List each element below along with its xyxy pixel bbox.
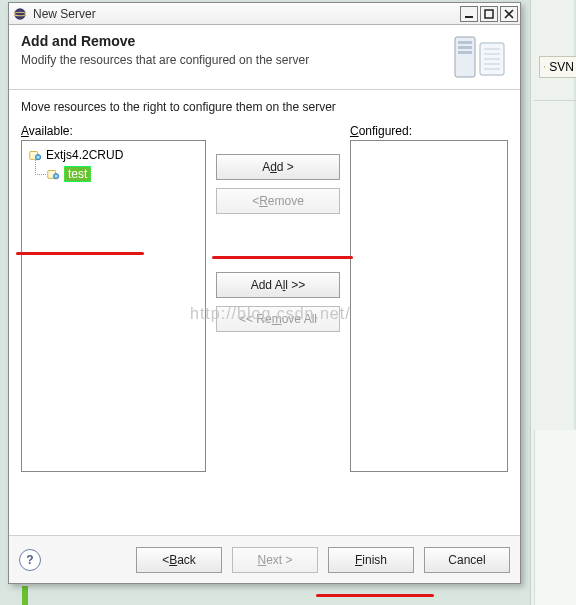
annotation-underline-add — [212, 256, 353, 259]
transfer-buttons: Add > < Remove Add All >> << Remove All — [216, 124, 340, 472]
svg-rect-21 — [55, 175, 58, 178]
next-button: Next > — [232, 547, 318, 573]
available-panel: Available: Extjs4.2CRUDtest — [21, 124, 206, 472]
window-title: New Server — [33, 7, 454, 21]
add-all-button[interactable]: Add All >> — [216, 272, 340, 298]
background-right-patch — [534, 430, 576, 605]
list-item[interactable]: test — [46, 165, 199, 183]
finish-button[interactable]: Finish — [328, 547, 414, 573]
instruction-text: Move resources to the right to configure… — [21, 100, 508, 114]
svg-rect-9 — [458, 51, 472, 54]
remove-all-button: << Remove All — [216, 306, 340, 332]
svn-label: SVN — [549, 60, 574, 74]
back-button[interactable]: < Back — [136, 547, 222, 573]
list-item[interactable]: Extjs4.2CRUD — [28, 146, 199, 164]
maximize-button[interactable] — [480, 6, 498, 22]
available-list[interactable]: Extjs4.2CRUDtest — [21, 140, 206, 472]
page-title: Add and Remove — [21, 33, 309, 49]
wizard-footer: ? < Back Next > Finish Cancel — [9, 535, 520, 583]
svg-text:svn: svn — [544, 66, 545, 67]
list-item-label: Extjs4.2CRUD — [46, 148, 123, 162]
add-button[interactable]: Add > — [216, 154, 340, 180]
wizard-body: Move resources to the right to configure… — [9, 90, 520, 476]
annotation-underline-finish — [316, 594, 434, 597]
cancel-label: Cancel — [448, 553, 485, 567]
svn-tab[interactable]: svn SVN — [539, 56, 576, 78]
help-button[interactable]: ? — [19, 549, 41, 571]
background-left-green-bar — [22, 586, 28, 605]
cancel-button[interactable]: Cancel — [424, 547, 510, 573]
list-item-label: test — [64, 166, 91, 182]
eclipse-icon — [13, 7, 27, 21]
wizard-header: Add and Remove Modify the resources that… — [9, 25, 520, 90]
configured-list[interactable] — [350, 140, 508, 472]
svn-icon: svn — [544, 60, 545, 74]
configured-label: Configured: — [350, 124, 508, 138]
background-divider — [534, 100, 576, 101]
annotation-underline-available — [16, 252, 144, 255]
server-banner-icon — [452, 33, 508, 83]
new-server-dialog: New Server Add and Remove Modify the res… — [8, 2, 521, 584]
titlebar: New Server — [9, 3, 520, 25]
svg-rect-8 — [458, 46, 472, 49]
svg-point-2 — [14, 8, 25, 19]
available-label: Available: — [21, 124, 206, 138]
remove-button: < Remove — [216, 188, 340, 214]
svg-rect-5 — [485, 10, 493, 18]
maximize-icon — [484, 9, 494, 19]
configured-panel: Configured: — [350, 124, 508, 472]
close-button[interactable] — [500, 6, 518, 22]
minimize-button[interactable] — [460, 6, 478, 22]
close-icon — [504, 9, 514, 19]
page-subtitle: Modify the resources that are configured… — [21, 53, 309, 67]
svg-rect-7 — [458, 41, 472, 44]
minimize-icon — [464, 9, 474, 19]
help-icon: ? — [26, 553, 33, 567]
module-icon — [46, 167, 60, 181]
svg-rect-4 — [465, 16, 473, 18]
